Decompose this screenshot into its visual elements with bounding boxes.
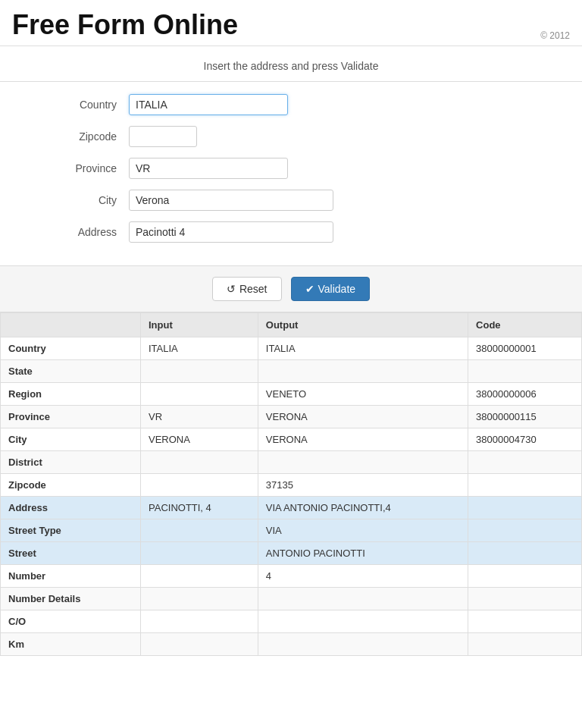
row-output [258, 633, 468, 656]
row-output [258, 610, 468, 633]
row-input: VR [141, 406, 258, 428]
table-row: State [1, 360, 582, 383]
country-label: Country [61, 99, 129, 111]
table-row: C/O [1, 610, 582, 633]
reset-label: Reset [239, 283, 268, 295]
row-output: VENETO [258, 383, 468, 406]
row-output [258, 588, 468, 610]
row-label: Region [1, 383, 141, 406]
row-input [141, 633, 258, 656]
table-row: Street TypeVIA [1, 519, 582, 542]
row-label: Country [1, 337, 141, 360]
table-row: AddressPACINOTTI, 4VIA ANTONIO PACINOTTI… [1, 497, 582, 519]
row-label: City [1, 428, 141, 451]
row-code [468, 519, 582, 542]
table-row: Number4 [1, 565, 582, 588]
table-row: CityVERONAVERONA38000004730 [1, 428, 582, 451]
row-code: 38000000006 [468, 383, 582, 406]
row-label: District [1, 451, 141, 474]
country-row: Country [0, 94, 582, 115]
row-input [141, 451, 258, 474]
reset-icon: ↺ [227, 283, 236, 295]
row-input: VERONA [141, 428, 258, 451]
city-label: City [61, 194, 129, 206]
table-row: Zipcode37135 [1, 474, 582, 497]
table-row: StreetANTONIO PACINOTTI [1, 542, 582, 565]
row-input [141, 383, 258, 406]
address-label: Address [61, 226, 129, 238]
city-input[interactable] [129, 190, 333, 211]
row-code [468, 610, 582, 633]
row-output [258, 451, 468, 474]
row-label: Number Details [1, 588, 141, 610]
city-row: City [0, 190, 582, 211]
results-table: Input Output Code CountryITALIAITALIA380… [0, 312, 582, 656]
row-code [468, 451, 582, 474]
page-title: Free Form Online [12, 9, 238, 41]
table-row: Number Details [1, 588, 582, 610]
row-code [468, 565, 582, 588]
row-label: Street Type [1, 519, 141, 542]
row-code: 38000000115 [468, 406, 582, 428]
validate-button[interactable]: ✔ Validate [291, 277, 371, 301]
row-code [468, 360, 582, 383]
table-row: CountryITALIAITALIA38000000001 [1, 337, 582, 360]
row-output: VIA [258, 519, 468, 542]
page-header: Free Form Online © 2012 [0, 0, 582, 46]
province-label: Province [61, 162, 129, 174]
col-header-label [1, 313, 141, 337]
row-label: State [1, 360, 141, 383]
row-code [468, 588, 582, 610]
row-input [141, 360, 258, 383]
table-row: ProvinceVRVERONA38000000115 [1, 406, 582, 428]
table-row: RegionVENETO38000000006 [1, 383, 582, 406]
row-code: 38000000001 [468, 337, 582, 360]
row-code [468, 633, 582, 656]
reset-button[interactable]: ↺ Reset [212, 277, 282, 301]
row-input [141, 588, 258, 610]
table-row: Km [1, 633, 582, 656]
validate-icon: ✔ [305, 283, 314, 295]
row-output: 4 [258, 565, 468, 588]
row-code: 38000004730 [468, 428, 582, 451]
row-output: ANTONIO PACINOTTI [258, 542, 468, 565]
button-bar: ↺ Reset ✔ Validate [0, 265, 582, 312]
row-output: ITALIA [258, 337, 468, 360]
col-header-output: Output [258, 313, 468, 337]
row-output: VIA ANTONIO PACINOTTI,4 [258, 497, 468, 519]
table-header-row: Input Output Code [1, 313, 582, 337]
row-label: Km [1, 633, 141, 656]
row-output: 37135 [258, 474, 468, 497]
row-label: C/O [1, 610, 141, 633]
row-label: Zipcode [1, 474, 141, 497]
address-input[interactable] [129, 221, 333, 243]
row-input: ITALIA [141, 337, 258, 360]
row-label: Address [1, 497, 141, 519]
address-form: Country Zipcode Province City Address [0, 82, 582, 265]
row-output: VERONA [258, 406, 468, 428]
col-header-code: Code [468, 313, 582, 337]
row-input: PACINOTTI, 4 [141, 497, 258, 519]
copyright: © 2012 [540, 30, 570, 41]
row-output [258, 360, 468, 383]
row-input [141, 542, 258, 565]
country-input[interactable] [129, 94, 288, 115]
col-header-input: Input [141, 313, 258, 337]
row-label: Number [1, 565, 141, 588]
validate-label: Validate [318, 283, 356, 295]
subtitle: Insert the address and press Validate [0, 46, 582, 82]
row-input [141, 519, 258, 542]
province-row: Province [0, 158, 582, 179]
row-code [468, 542, 582, 565]
row-input [141, 610, 258, 633]
row-label: Street [1, 542, 141, 565]
row-output: VERONA [258, 428, 468, 451]
table-row: District [1, 451, 582, 474]
province-input[interactable] [129, 158, 288, 179]
zipcode-row: Zipcode [0, 126, 582, 147]
zipcode-label: Zipcode [61, 130, 129, 143]
row-input [141, 565, 258, 588]
row-label: Province [1, 406, 141, 428]
row-input [141, 474, 258, 497]
zipcode-input[interactable] [129, 126, 197, 147]
